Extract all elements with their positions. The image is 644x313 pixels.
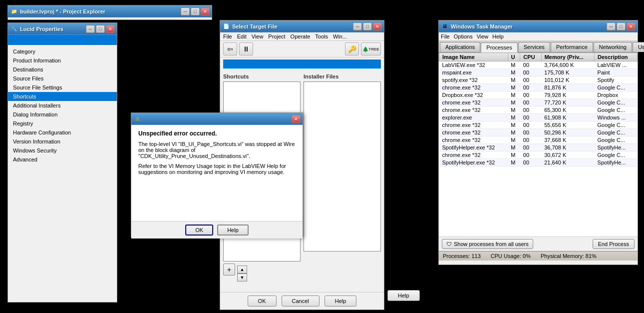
select-target-minimize[interactable]: ─ (353, 22, 362, 30)
task-manager-maximize[interactable]: □ (617, 22, 626, 30)
sidebar-item-source-files[interactable]: Source Files (8, 74, 117, 83)
error-help-btn[interactable]: Help (217, 224, 249, 236)
scroll-up-btn[interactable]: ▲ (237, 266, 247, 274)
error-dialog-controls[interactable]: ✕ (292, 115, 301, 123)
sidebar-item-category[interactable]: Category (8, 47, 117, 56)
table-row[interactable]: chrome.exe *32M0030,672 KGoogle C... (439, 152, 638, 159)
end-process-btn[interactable]: End Process (593, 239, 635, 249)
table-row[interactable]: chrome.exe *32M0077,720 KGoogle C... (439, 99, 638, 106)
builder-maximize[interactable]: □ (191, 8, 200, 16)
builder-close[interactable]: ✕ (201, 8, 210, 16)
sidebar-item-hardware-config[interactable]: Hardware Configuration (8, 128, 117, 137)
task-manager-title: Windows Task Manager (451, 24, 607, 30)
select-target-cancel[interactable]: Cancel (282, 296, 320, 306)
tm-menu-view[interactable]: View (477, 34, 489, 40)
select-target-bottom-help[interactable]: Help (387, 290, 420, 301)
toolbar-tree-btn[interactable]: 🌲TREE (361, 42, 381, 56)
sidebar-item-destinations[interactable]: Destinations (8, 65, 117, 74)
table-row[interactable]: explorer.exeM0061,908 KWindows ... (439, 114, 638, 122)
table-row[interactable]: chrome.exe *32M0037,668 KGoogle C... (439, 136, 638, 144)
tab-processes[interactable]: Processes (481, 42, 517, 52)
table-row[interactable]: SpotifyHelper.exe *32M0021,640 KSpotifyH… (439, 159, 638, 166)
error-dialog-icon: ⚠ (133, 115, 141, 123)
menu-item-project[interactable]: Project (268, 34, 285, 40)
sidebar-item-additional-installers[interactable]: Additional Installers (8, 101, 117, 110)
lucid-controls[interactable]: ─ □ ✕ (86, 25, 115, 33)
show-all-users-btn[interactable]: 🛡 Show processes from all users (442, 239, 533, 249)
builder-minimize[interactable]: ─ (181, 8, 190, 16)
table-row[interactable]: Dropbox.exe *32M0079,928 KDropbox (439, 92, 638, 99)
task-manager-tabs[interactable]: ApplicationsProcessesServicesPerformance… (439, 41, 638, 52)
cell-4-2: 00 (520, 92, 541, 99)
menu-item-edit[interactable]: Edit (237, 34, 247, 40)
lucid-icon: 🔧 (10, 25, 18, 33)
error-ok-btn[interactable]: OK (185, 224, 213, 236)
menu-item-operate[interactable]: Operate (291, 34, 311, 40)
sidebar-item-registry[interactable]: Registry (8, 119, 117, 128)
tab-users[interactable]: Users (633, 42, 644, 52)
task-manager-minimize[interactable]: ─ (607, 22, 616, 30)
cell-2-1: M (508, 76, 520, 84)
menu-item-win[interactable]: Win... (333, 34, 347, 40)
table-row[interactable]: chrome.exe *32M0050,296 KGoogle C... (439, 129, 638, 136)
sidebar-item-source-file-settings[interactable]: Source File Settings (8, 83, 117, 92)
cell-13-4: SpotifyHe... (595, 159, 638, 166)
tab-services[interactable]: Services (518, 42, 550, 52)
installer-files-list[interactable] (304, 82, 381, 252)
task-manager-controls[interactable]: ─ □ ✕ (607, 22, 636, 30)
cell-6-3: 65,300 K (541, 106, 594, 114)
add-shortcut-btn[interactable]: + (223, 264, 235, 276)
sidebar-item-version-info[interactable]: Version Information (8, 137, 117, 146)
lucid-maximize[interactable]: □ (96, 25, 105, 33)
select-target-toolbar[interactable]: ⇦ ⏸ 🔑 🌲TREE (220, 41, 384, 58)
cell-9-1: M (508, 129, 520, 136)
scroll-down-btn[interactable]: ▼ (237, 274, 247, 282)
lucid-close[interactable]: ✕ (106, 25, 115, 33)
table-row[interactable]: chrome.exe *32M0055,656 KGoogle C... (439, 122, 638, 129)
tab-performance[interactable]: Performance (551, 42, 593, 52)
toolbar-key-btn[interactable]: 🔑 (345, 42, 359, 56)
cell-4-0: Dropbox.exe *32 (439, 92, 508, 99)
toolbar-back-btn[interactable]: ⇦ (223, 42, 237, 56)
table-row[interactable]: mspaint.exeM00175,708 KPaint (439, 69, 638, 76)
cell-1-3: 175,708 K (541, 69, 594, 76)
table-row[interactable]: chrome.exe *32M0081,876 KGoogle C... (439, 84, 638, 92)
lucid-highlight-bar (8, 35, 117, 45)
sidebar-item-advanced[interactable]: Advanced (8, 155, 117, 164)
table-row[interactable]: chrome.exe *32M0065,300 KGoogle C... (439, 106, 638, 114)
tm-menu-help[interactable]: Help (492, 34, 504, 40)
table-row[interactable]: spotify.exe *32M00101,012 KSpotify (439, 76, 638, 84)
cell-6-1: M (508, 106, 520, 114)
shield-icon: 🛡 (446, 241, 452, 247)
task-manager-close[interactable]: ✕ (627, 22, 636, 30)
table-row[interactable]: LabVIEW.exe *32M003,764,600 KLabVIEW ... (439, 62, 638, 69)
cell-13-0: SpotifyHelper.exe *32 (439, 159, 508, 166)
select-target-maximize[interactable]: □ (363, 22, 372, 30)
tm-menu-options[interactable]: Options (454, 34, 473, 40)
lucid-minimize[interactable]: ─ (86, 25, 95, 33)
sidebar-item-windows-security[interactable]: Windows Security (8, 146, 117, 155)
select-target-ok[interactable]: OK (248, 296, 277, 306)
builder-controls[interactable]: ─ □ ✕ (181, 8, 210, 16)
cell-3-4: Google C... (595, 84, 638, 92)
select-target-help[interactable]: Help (324, 296, 357, 306)
error-dialog-close[interactable]: ✕ (292, 115, 301, 123)
sidebar-item-product-info[interactable]: Product Information (8, 56, 117, 65)
menu-item-tools[interactable]: Tools (315, 34, 328, 40)
process-list-scroll[interactable]: Image NameUCPUMemory (Priv...Description… (439, 52, 638, 236)
menu-item-file[interactable]: File (223, 34, 232, 40)
sidebar-item-shortcuts[interactable]: Shortcuts (8, 92, 117, 101)
cell-6-0: chrome.exe *32 (439, 106, 508, 114)
toolbar-pause-btn[interactable]: ⏸ (239, 42, 253, 56)
table-row[interactable]: SpotifyHelper.exe *32M0036,708 KSpotifyH… (439, 144, 638, 152)
tm-menu-file[interactable]: File (441, 34, 450, 40)
cell-7-1: M (508, 114, 520, 122)
menu-item-view[interactable]: View (252, 34, 264, 40)
select-target-controls[interactable]: ─ □ ✕ (353, 22, 382, 30)
tab-networking[interactable]: Networking (594, 42, 632, 52)
tab-applications[interactable]: Applications (440, 42, 480, 52)
cell-12-0: chrome.exe *32 (439, 152, 508, 159)
sidebar-item-dialog-info[interactable]: Dialog Information (8, 110, 117, 119)
lucid-properties-window: 🔧 Lucid Properties ─ □ ✕ CategoryProduct… (7, 22, 117, 302)
select-target-close[interactable]: ✕ (373, 22, 382, 30)
